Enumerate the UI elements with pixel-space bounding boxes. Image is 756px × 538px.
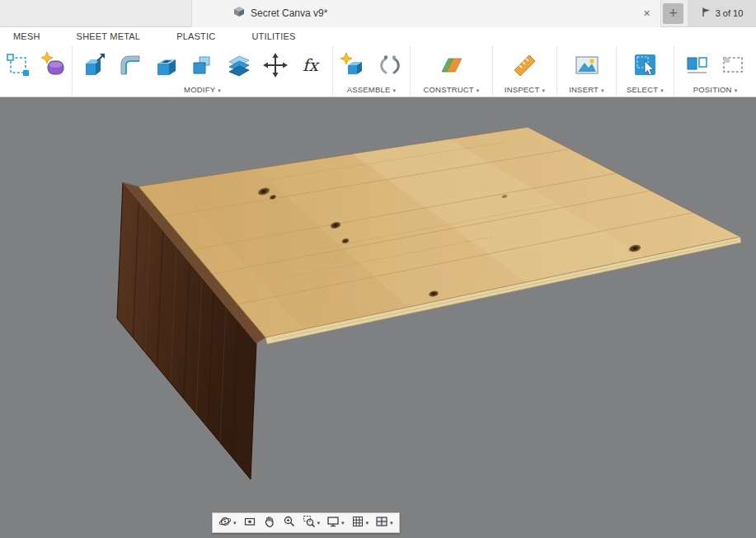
measure-button[interactable] — [509, 49, 541, 82]
construct-plane-icon — [438, 51, 466, 79]
close-tab-button[interactable]: × — [640, 7, 654, 21]
tab-utilities[interactable]: UTILITIES — [251, 31, 295, 41]
combine-icon — [189, 51, 217, 79]
multiple-views-button[interactable] — [375, 515, 393, 531]
construct-plane-button[interactable] — [436, 49, 467, 82]
display-settings-button[interactable] — [326, 515, 345, 531]
pan-hand-icon — [263, 515, 276, 531]
tab-counter[interactable]: 3 of 10 — [688, 0, 756, 26]
ribbon-tab-bar: MESH SHEET METAL PLASTIC UTILITIES — [0, 27, 756, 45]
toolbar-group-assemble: ASSEMBLE — [333, 45, 411, 97]
new-component-button[interactable] — [338, 49, 369, 82]
joint-button[interactable] — [374, 49, 406, 82]
tab-counter-label: 3 of 10 — [716, 8, 744, 18]
version-flag-icon — [701, 6, 711, 21]
toolbar-group-create — [0, 45, 73, 97]
combine-button[interactable] — [187, 49, 218, 82]
document-title: Secret Canva v9* — [251, 7, 327, 19]
new-tab-button[interactable]: + — [663, 3, 683, 24]
offset-face-icon — [225, 51, 253, 79]
zoom-window-icon — [303, 515, 316, 531]
select-button[interactable] — [630, 49, 661, 82]
group-label-position[interactable]: POSITION — [674, 85, 756, 94]
svg-text:fx: fx — [303, 55, 320, 75]
revert-position-icon — [720, 51, 748, 79]
toolbar-group-insert: INSERT — [557, 45, 617, 97]
offset-face-button[interactable] — [223, 49, 255, 82]
create-form-button[interactable] — [39, 49, 70, 82]
zoom-icon — [283, 515, 296, 531]
create-sketch-button[interactable] — [2, 49, 34, 82]
toolbar-group-inspect: INSPECT — [493, 45, 557, 97]
insert-canvas-button[interactable] — [571, 49, 603, 82]
grid-display-icon — [351, 515, 364, 531]
canvas-icon — [573, 51, 601, 79]
move-copy-button[interactable] — [260, 49, 291, 82]
shell-icon — [153, 51, 181, 79]
fillet-icon — [116, 51, 144, 79]
group-label-insert[interactable]: INSERT — [557, 85, 616, 94]
move-copy-icon — [261, 51, 289, 79]
parameters-fx-icon: fx — [298, 51, 326, 79]
orbit-button[interactable] — [218, 515, 237, 531]
zoom-window-button[interactable] — [303, 515, 321, 531]
group-label-modify[interactable]: MODIFY — [73, 85, 332, 94]
press-pull-button[interactable] — [78, 49, 110, 82]
pan-button[interactable] — [263, 515, 276, 531]
select-icon — [632, 51, 660, 79]
group-label-construct[interactable]: CONSTRUCT — [411, 85, 492, 94]
fillet-button[interactable] — [115, 49, 146, 82]
document-cube-icon — [233, 6, 245, 21]
view-navigation-bar — [212, 512, 400, 533]
group-label-assemble[interactable]: ASSEMBLE — [333, 85, 410, 94]
document-tab[interactable]: Secret Canva v9* × — [191, 0, 661, 27]
wood-panel-model — [0, 97, 756, 538]
look-at-icon — [243, 515, 256, 531]
change-parameters-button[interactable]: fx — [296, 49, 327, 82]
tab-plastic[interactable]: PLASTIC — [176, 31, 215, 41]
grid-settings-button[interactable] — [351, 515, 369, 531]
multiple-views-icon — [375, 515, 388, 531]
create-form-icon — [40, 51, 68, 79]
tab-sheet-metal[interactable]: SHEET METAL — [77, 31, 141, 41]
new-component-icon — [340, 51, 368, 79]
press-pull-icon — [80, 51, 108, 79]
tab-mesh[interactable]: MESH — [13, 31, 40, 41]
fusion-window: Secret Canva v9* × + 3 of 10 MESH SHEET … — [0, 0, 756, 538]
viewport-3d[interactable] — [0, 97, 756, 538]
orbit-icon — [218, 515, 232, 531]
shell-button[interactable] — [151, 49, 182, 82]
toolbar-group-construct: CONSTRUCT — [411, 45, 493, 97]
measure-icon — [511, 51, 539, 79]
create-sketch-icon — [5, 52, 31, 78]
group-label-select[interactable]: SELECT — [617, 85, 674, 94]
look-at-button[interactable] — [243, 515, 256, 531]
revert-position-button[interactable] — [718, 49, 749, 82]
group-label-inspect[interactable]: INSPECT — [493, 85, 556, 94]
joint-icon — [376, 51, 404, 79]
toolbar-group-select: SELECT — [617, 45, 674, 97]
capture-position-button[interactable] — [682, 49, 713, 82]
toolbar-ribbon: fx MODIFY — [0, 45, 756, 97]
zoom-button[interactable] — [283, 515, 296, 531]
toolbar-group-modify: fx MODIFY — [73, 45, 333, 97]
titlebar: Secret Canva v9* × + 3 of 10 — [0, 0, 756, 27]
display-settings-icon — [326, 515, 340, 531]
capture-position-icon — [683, 51, 711, 79]
toolbar-group-position: POSITION — [674, 45, 756, 97]
